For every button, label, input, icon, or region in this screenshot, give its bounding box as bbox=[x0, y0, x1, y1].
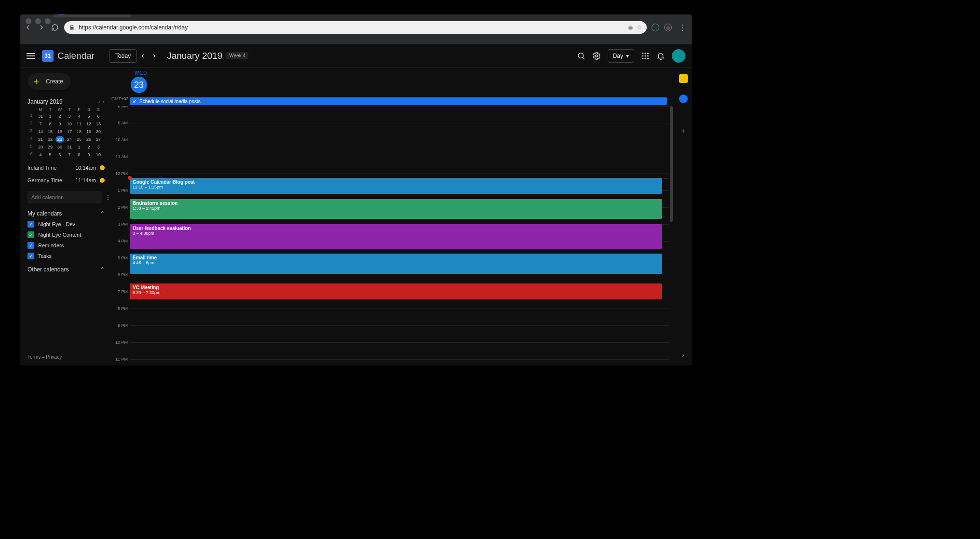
calendar-item[interactable]: ✓ Night Eye Content bbox=[27, 231, 105, 238]
mini-day[interactable]: 26 bbox=[84, 136, 93, 143]
mini-cal-prev[interactable]: ‹ bbox=[98, 99, 100, 105]
hour-label: 8 AM bbox=[118, 106, 128, 108]
mini-day[interactable]: 12 bbox=[84, 121, 93, 127]
mini-day[interactable]: 9 bbox=[84, 151, 93, 158]
back-button[interactable] bbox=[24, 23, 32, 32]
mini-day[interactable]: 15 bbox=[46, 128, 54, 135]
calendar-item[interactable]: ✓ Reminders bbox=[27, 242, 105, 249]
mini-day[interactable]: 2 bbox=[55, 113, 64, 120]
calendar-event[interactable]: VC Meeting 6:30 – 7:30pm bbox=[130, 283, 662, 299]
mini-day[interactable]: 3 bbox=[65, 113, 74, 120]
new-tab-button[interactable]: + bbox=[136, 14, 140, 16]
mini-day[interactable]: 30 bbox=[55, 144, 64, 150]
mini-day[interactable]: 24 bbox=[65, 136, 74, 143]
mini-day[interactable]: 8 bbox=[46, 121, 54, 127]
calendar-checkbox[interactable]: ✓ bbox=[27, 242, 34, 249]
calendar-event[interactable]: Brainstorm session 1:30 – 2:45pm bbox=[130, 199, 662, 219]
calendar-checkbox[interactable]: ✓ bbox=[27, 253, 34, 259]
mini-day[interactable]: 31 bbox=[65, 144, 74, 150]
mini-day[interactable]: 1 bbox=[75, 144, 83, 150]
mini-day[interactable]: 9 bbox=[55, 121, 64, 127]
mini-day[interactable]: 13 bbox=[94, 121, 103, 127]
mini-day[interactable]: 6 bbox=[55, 151, 64, 158]
terms-link[interactable]: Terms bbox=[27, 354, 41, 360]
calendar-checkbox[interactable]: ✓ bbox=[27, 231, 34, 238]
mini-day[interactable]: 14 bbox=[36, 128, 45, 135]
apps-icon[interactable] bbox=[641, 52, 650, 60]
calendar-event[interactable]: Google Calendar Blog post 12:15 – 1:15pm bbox=[130, 178, 662, 194]
tasks-icon[interactable] bbox=[679, 94, 688, 103]
notifications-icon[interactable] bbox=[656, 52, 665, 60]
reload-button[interactable] bbox=[51, 23, 59, 32]
allday-event[interactable]: ✔ Schedule social media posts bbox=[130, 97, 667, 105]
reader-icon[interactable]: ◉ bbox=[628, 24, 633, 31]
calendar-item[interactable]: ✓ Night Eye - Dev bbox=[27, 221, 105, 228]
addons-plus-icon[interactable]: + bbox=[679, 127, 688, 135]
tab-close-icon[interactable]: × bbox=[122, 14, 126, 15]
keep-icon[interactable] bbox=[679, 74, 688, 83]
mini-day[interactable]: 16 bbox=[55, 128, 64, 135]
add-calendar-input[interactable] bbox=[27, 191, 102, 203]
create-button[interactable]: ＋ Create bbox=[27, 73, 71, 90]
mini-day[interactable]: 31 bbox=[36, 113, 45, 120]
mini-day[interactable]: 10 bbox=[94, 151, 103, 158]
calendar-item[interactable]: ✓ Tasks bbox=[27, 253, 105, 259]
account-avatar[interactable] bbox=[672, 49, 685, 63]
mini-day[interactable]: 10 bbox=[65, 121, 74, 127]
extension-icon-1[interactable] bbox=[652, 24, 659, 31]
mini-day[interactable]: 2 bbox=[84, 144, 93, 150]
forward-button[interactable] bbox=[37, 23, 46, 32]
mini-day[interactable]: 4 bbox=[75, 113, 83, 120]
mini-cal-next[interactable]: › bbox=[103, 99, 105, 105]
mini-day[interactable]: 8 bbox=[75, 151, 83, 158]
mini-day[interactable]: 23 bbox=[55, 136, 64, 143]
privacy-link[interactable]: Privacy bbox=[46, 354, 62, 360]
hour-line bbox=[130, 359, 669, 360]
mini-day[interactable]: 29 bbox=[46, 144, 54, 150]
settings-icon[interactable] bbox=[592, 52, 601, 60]
mini-day[interactable]: 11 bbox=[75, 121, 83, 127]
day-number[interactable]: 23 bbox=[131, 77, 147, 93]
mini-day[interactable]: 28 bbox=[36, 144, 45, 150]
extension-icon-2[interactable]: ◎ bbox=[664, 24, 672, 31]
mini-day[interactable]: 4 bbox=[36, 151, 45, 158]
scrollbar[interactable] bbox=[670, 106, 673, 357]
mini-day[interactable]: 6 bbox=[94, 113, 103, 120]
mini-day[interactable]: 27 bbox=[94, 136, 103, 143]
side-panel-toggle[interactable]: › bbox=[682, 351, 684, 359]
mini-day[interactable]: 7 bbox=[65, 151, 74, 158]
next-period-button[interactable] bbox=[149, 50, 160, 62]
main-menu-icon[interactable] bbox=[27, 53, 35, 59]
mini-calendar[interactable]: MTWTFSS131123456278910111213314151617181… bbox=[27, 107, 105, 158]
other-calendars-header[interactable]: Other calendars ⌃ bbox=[27, 266, 105, 273]
mini-day[interactable]: 18 bbox=[75, 128, 83, 135]
mini-day[interactable]: 25 bbox=[75, 136, 83, 143]
calendar-event[interactable]: User feedback evaluation 3 – 4:30pm bbox=[130, 224, 662, 249]
mini-day[interactable]: 1 bbox=[46, 113, 54, 120]
mini-day[interactable]: 7 bbox=[36, 121, 45, 127]
mini-day[interactable]: 19 bbox=[84, 128, 93, 135]
prev-period-button[interactable] bbox=[137, 50, 149, 62]
mini-day[interactable]: 17 bbox=[65, 128, 74, 135]
star-icon[interactable]: ☆ bbox=[637, 24, 642, 31]
mini-day[interactable]: 5 bbox=[46, 151, 54, 158]
mini-day[interactable]: 22 bbox=[46, 136, 54, 143]
calendar-event[interactable]: Email time 4:45 – 6pm bbox=[130, 254, 662, 274]
time-grid[interactable]: 8 AM9 AM10 AM11 AM12 PM1 PM2 PM3 PM4 PM5… bbox=[109, 106, 669, 365]
search-icon[interactable] bbox=[577, 52, 585, 60]
mini-day[interactable]: 20 bbox=[94, 128, 103, 135]
calendar-checkbox[interactable]: ✓ bbox=[27, 221, 34, 228]
day-header: WED 23 bbox=[109, 67, 674, 97]
mini-day[interactable]: 3 bbox=[94, 144, 103, 150]
browser-tab[interactable]: 23 Google Calendar - Wednesday × bbox=[54, 14, 131, 17]
today-button[interactable]: Today bbox=[109, 49, 137, 63]
event-title: User feedback evaluation bbox=[133, 226, 659, 231]
svg-point-5 bbox=[642, 55, 643, 56]
my-calendars-header[interactable]: My calendars ⌃ bbox=[27, 210, 105, 217]
view-selector[interactable]: Day ▾ bbox=[608, 49, 634, 63]
address-bar[interactable]: https://calendar.google.com/calendar/r/d… bbox=[64, 21, 647, 34]
browser-menu-icon[interactable]: ⋮ bbox=[677, 23, 688, 32]
mini-day[interactable]: 5 bbox=[84, 113, 93, 120]
mini-day[interactable]: 21 bbox=[36, 136, 45, 143]
scrollbar-thumb[interactable] bbox=[670, 106, 673, 222]
